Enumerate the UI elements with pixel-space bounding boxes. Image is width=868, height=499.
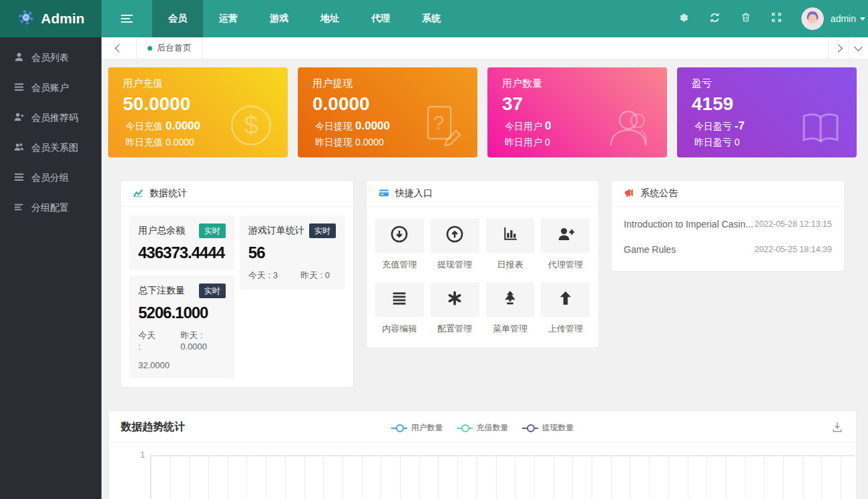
app-logo[interactable]: Admin [0,0,101,37]
list-icon [14,172,24,184]
announcement-item[interactable]: Game Rules 2022-05-25 18:14:39 [624,237,832,262]
yesterday-stat: 昨天 : 0 [300,270,330,282]
quick-entry-panel: 快捷入口 充值管理 提现管理 [366,180,600,348]
sidebar-item-referral-code[interactable]: 会员推荐码 [0,103,101,133]
today-value: 0.0000 [166,119,200,132]
trend-chart-panel: 数据趋势统计 用户数量 充值数量 提现数量 [108,410,857,499]
trend-chart-icon [133,187,144,200]
quick-item-menu[interactable]: 菜单管理 [486,282,535,335]
quick-item-config[interactable]: 配置管理 [431,282,479,335]
sidebar-item-label: 会员账户 [31,82,69,94]
tabs-scroll-left-button[interactable] [101,37,137,59]
chevron-left-icon [115,44,124,53]
stats-body: 用户总余额 实时 436373.4444 总下注数量 实时 5206.1000 … [121,207,353,387]
menu-item-system[interactable]: 系统 [406,0,457,37]
quick-entry-grid: 充值管理 提现管理 日报表 [367,207,599,348]
person-icon [603,104,656,151]
y-axis-tick: 1 [118,450,145,460]
sidebar-item-relationship-graph[interactable]: 会员关系图 [0,133,101,163]
card-title: 用户数量 [502,77,652,90]
today-label: 今日盈亏 [694,121,732,131]
legend-item-users[interactable]: 用户数量 [391,422,443,434]
sidebar-item-label: 分组配置 [31,202,69,214]
announcement-item[interactable]: Introduction to Imperial Casin... 2022-0… [624,211,832,237]
panel-title: 数据统计 [150,187,187,199]
bar-chart-icon [501,225,519,246]
stat-value: 56 [248,243,336,262]
panels-row: 数据统计 用户总余额 实时 436373.4444 总下注数量 实时 [120,180,845,388]
sidebar-item-member-list[interactable]: 会员列表 [0,43,101,73]
legend-item-withdraw[interactable]: 提现数量 [522,422,574,434]
panel-header: 数据统计 [121,181,353,207]
announcement-time: 2022-05-25 18:14:39 [754,245,832,254]
withdraw-doc-icon: ? [419,104,467,151]
quick-item-content-edit[interactable]: 内容编辑 [375,282,424,335]
recycle-bin-button[interactable] [730,0,761,37]
open-book-icon [795,105,846,151]
app-logo-text: Admin [41,11,84,27]
line-marker-icon [391,425,407,432]
quick-item-recharge[interactable]: 充值管理 [375,218,424,271]
menu-item-member[interactable]: 会员 [152,0,203,37]
system-announcement-panel: 系统公告 Introduction to Imperial Casin... 2… [611,180,845,272]
stat-label: 游戏订单统计 [248,225,304,237]
card-icon [379,187,389,200]
current-user-menu[interactable]: admin [831,13,865,24]
announcement-time: 2022-05-28 12:13:15 [754,219,832,229]
clear-cache-button[interactable] [669,0,700,37]
circle-up-icon [445,225,464,246]
download-chart-button[interactable] [831,420,844,436]
panel-title: 快捷入口 [395,187,433,199]
sidebar-item-group-config[interactable]: 分组配置 [0,193,101,223]
announcement-title: Introduction to Imperial Casin... [624,219,753,229]
tab-home[interactable]: 后台首页 [137,37,203,59]
yesterday-label: 昨日提现 [315,137,353,147]
menu-item-game[interactable]: 游戏 [254,0,304,37]
legend-item-recharge[interactable]: 充值数量 [457,422,509,434]
tabs-scroll-right-button[interactable] [828,37,848,59]
tabs-menu-button[interactable] [848,37,868,59]
gear-logo-icon [17,8,35,30]
stat-box-total-balance: 用户总余额 实时 436373.4444 [130,215,234,270]
sidebar-item-member-account[interactable]: 会员账户 [0,73,101,103]
asterisk-icon [445,289,464,310]
user-plus-icon [556,225,575,246]
sidebar-item-label: 会员列表 [31,52,69,64]
menu-item-address[interactable]: 地址 [304,0,355,37]
circle-down-icon [390,225,409,246]
quick-item-withdraw[interactable]: 提现管理 [431,218,479,271]
yesterday-value: 0 [734,137,740,147]
user-icon [14,52,24,64]
menu-item-operation[interactable]: 运营 [203,0,254,37]
fullscreen-button[interactable] [761,0,792,37]
chevron-right-icon [834,44,843,53]
stat-cards-row: 用户充值 50.0000 今日充值0.0000 昨日充值0.0000 $ 用户提… [108,67,857,157]
quick-item-daily-report[interactable]: 日报表 [486,218,535,271]
list-icon [14,82,24,94]
sidebar-toggle-button[interactable] [101,0,152,37]
panel-title: 系统公告 [640,187,678,199]
data-statistics-panel: 数据统计 用户总余额 实时 436373.4444 总下注数量 实时 [120,180,354,388]
menu-item-agent[interactable]: 代理 [355,0,406,37]
announcement-list: Introduction to Imperial Casin... 2022-0… [612,207,844,271]
card-profit-loss: 盈亏 4159 今日盈亏-7 昨日盈亏0 [677,67,857,157]
main-menu: 会员 运营 游戏 地址 代理 系统 [152,0,457,37]
user-avatar[interactable] [801,7,824,30]
username-text: admin [831,13,856,24]
line-marker-icon [522,425,538,432]
realtime-badge: 实时 [199,223,226,238]
tree-icon [501,289,519,310]
today-label: 今天 : [138,330,158,352]
users-icon [14,142,24,154]
quick-item-upload[interactable]: 上传管理 [541,282,590,335]
tab-bar: 后台首页 [101,37,868,59]
card-title: 用户充值 [123,77,273,90]
realtime-badge: 实时 [199,284,226,298]
refresh-button[interactable] [700,0,730,37]
megaphone-icon [624,187,634,200]
top-navbar: Admin 会员 运营 游戏 地址 代理 系统 [0,0,868,37]
download-icon [831,420,844,434]
quick-item-agent[interactable]: 代理管理 [541,218,590,271]
sidebar-item-member-group[interactable]: 会员分组 [0,163,101,193]
line-marker-icon [457,425,473,432]
